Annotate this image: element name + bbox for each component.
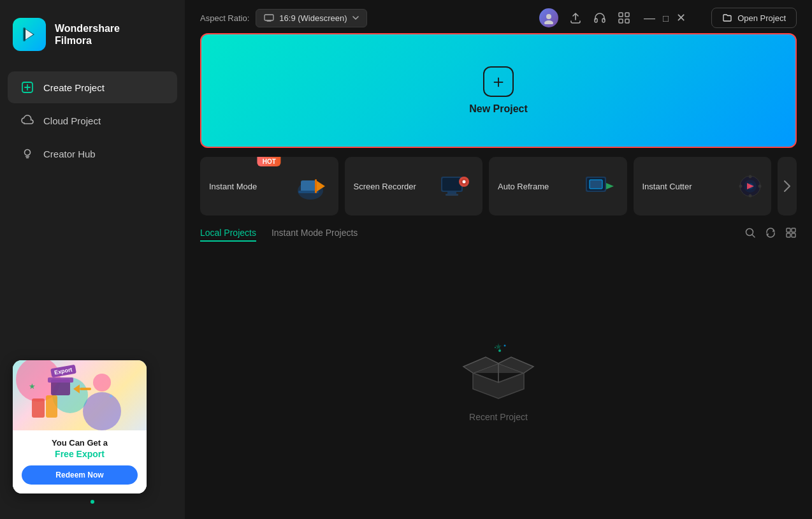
svg-point-21 [546, 14, 551, 19]
chevron-down-icon [352, 16, 359, 20]
more-tools-arrow[interactable] [778, 157, 797, 216]
instant-mode-icon [291, 167, 330, 205]
tool-cards-row: HOT Instant Mode Screen Recorder [200, 157, 797, 216]
empty-label: Recent Project [469, 412, 528, 422]
svg-rect-14 [46, 395, 57, 418]
sidebar-item-create-project[interactable]: Create Project [8, 71, 177, 103]
projects-tabs: Local Projects Instant Mode Projects [200, 227, 797, 242]
svg-point-40 [463, 180, 466, 184]
upload-icon[interactable] [569, 11, 583, 25]
promo-image: ★ ✦ Export [13, 360, 147, 430]
svg-text:★: ★ [29, 382, 36, 391]
svg-rect-25 [619, 13, 623, 17]
tab-local-projects[interactable]: Local Projects [200, 228, 256, 242]
grid-view-icon[interactable] [785, 227, 797, 242]
promo-highlight: Free Export [22, 449, 138, 459]
new-project-label: New Project [469, 103, 528, 115]
refresh-icon[interactable] [765, 227, 776, 242]
auto-reframe-icon [580, 167, 618, 205]
search-icon[interactable] [744, 227, 756, 242]
cloud-icon [20, 113, 34, 128]
content-area: ＋ New Project HOT Instant Mode [185, 33, 812, 519]
dot-1 [91, 500, 94, 504]
avatar[interactable] [539, 8, 558, 27]
grid-icon[interactable] [617, 11, 631, 25]
svg-rect-28 [625, 19, 629, 23]
topbar-left: Aspect Ratio: 16:9 (Widescreen) [200, 9, 367, 27]
promo-title: You Can Get a [22, 438, 138, 448]
folder-icon [722, 13, 732, 23]
promo-card: ★ ✦ Export You Can Get a Free Export Red… [13, 360, 147, 493]
screen-recorder-icon [435, 167, 474, 205]
aspect-ratio-label: Aspect Ratio: [200, 13, 249, 23]
svg-rect-33 [315, 179, 317, 193]
topbar-icons [539, 8, 631, 27]
logo-area: Wondershare Filmora [0, 0, 185, 70]
main-content: Aspect Ratio: 16:9 (Widescreen) [185, 0, 812, 519]
aspect-ratio-dropdown[interactable]: 16:9 (Widescreen) [256, 9, 366, 27]
svg-rect-26 [625, 13, 629, 17]
svg-rect-30 [301, 180, 316, 192]
svg-point-15 [93, 374, 111, 391]
empty-state: Recent Project [200, 251, 797, 509]
minimize-button[interactable]: — [644, 12, 655, 24]
svg-rect-43 [590, 180, 602, 189]
sidebar-item-creator-hub[interactable]: Creator Hub [8, 138, 177, 170]
svg-rect-58 [787, 233, 790, 237]
new-project-banner[interactable]: ＋ New Project [200, 33, 797, 148]
headphone-icon[interactable] [593, 11, 607, 25]
hot-badge: HOT [257, 157, 281, 166]
monitor-icon [264, 14, 274, 22]
svg-rect-1 [23, 27, 25, 41]
svg-point-60 [498, 349, 501, 352]
tool-card-instant-cutter[interactable]: Instant Cutter [634, 157, 772, 216]
svg-point-61 [504, 344, 506, 346]
open-project-label: Open Project [737, 13, 786, 23]
sidebar-nav: Create Project Cloud Project Creator Hub [0, 70, 185, 171]
svg-rect-12 [80, 388, 91, 390]
svg-point-7 [83, 392, 121, 430]
svg-rect-10 [48, 377, 73, 383]
tool-card-instant-mode[interactable]: HOT Instant Mode [200, 157, 338, 216]
promo-dots [13, 500, 172, 504]
tab-actions [744, 227, 797, 242]
open-project-button[interactable]: Open Project [711, 8, 797, 28]
tool-card-name: Auto Reframe [498, 182, 549, 191]
tab-group: Local Projects Instant Mode Projects [200, 228, 358, 242]
empty-box-illustration [460, 338, 537, 402]
sidebar-item-label: Creator Hub [43, 149, 96, 159]
svg-rect-18 [265, 15, 273, 20]
tab-instant-mode-projects[interactable]: Instant Mode Projects [272, 228, 358, 242]
app-logo [13, 18, 46, 51]
svg-rect-27 [619, 19, 623, 23]
sidebar-item-label: Create Project [43, 82, 105, 93]
svg-marker-44 [606, 183, 614, 189]
sidebar-item-label: Cloud Project [43, 115, 101, 126]
redeem-button[interactable]: Redeem Now [22, 465, 138, 485]
tool-card-auto-reframe[interactable]: Auto Reframe [489, 157, 627, 216]
aspect-ratio-value: 16:9 (Widescreen) [279, 13, 347, 23]
svg-point-62 [495, 347, 496, 348]
tool-card-name: Instant Cutter [642, 182, 692, 191]
svg-point-5 [25, 150, 31, 156]
sidebar-item-cloud-project[interactable]: Cloud Project [8, 105, 177, 136]
svg-rect-24 [602, 18, 605, 22]
topbar-right: — □ ✕ Open Project [539, 8, 797, 28]
close-button[interactable]: ✕ [676, 12, 686, 24]
svg-rect-35 [442, 178, 461, 191]
svg-point-22 [544, 20, 553, 24]
tool-card-name: Screen Recorder [354, 182, 416, 191]
new-project-plus-icon: ＋ [483, 66, 514, 97]
svg-text:✦: ✦ [108, 393, 113, 400]
svg-rect-23 [595, 18, 597, 22]
topbar: Aspect Ratio: 16:9 (Widescreen) [185, 0, 812, 33]
svg-point-51 [739, 185, 743, 188]
chevron-right-icon [782, 179, 792, 194]
svg-rect-36 [447, 192, 456, 194]
svg-line-55 [752, 235, 755, 237]
maximize-button[interactable]: □ [663, 13, 669, 23]
tool-card-screen-recorder[interactable]: Screen Recorder [345, 157, 483, 216]
svg-rect-56 [787, 228, 790, 232]
window-controls: — □ ✕ [644, 12, 686, 24]
svg-rect-37 [446, 194, 458, 196]
